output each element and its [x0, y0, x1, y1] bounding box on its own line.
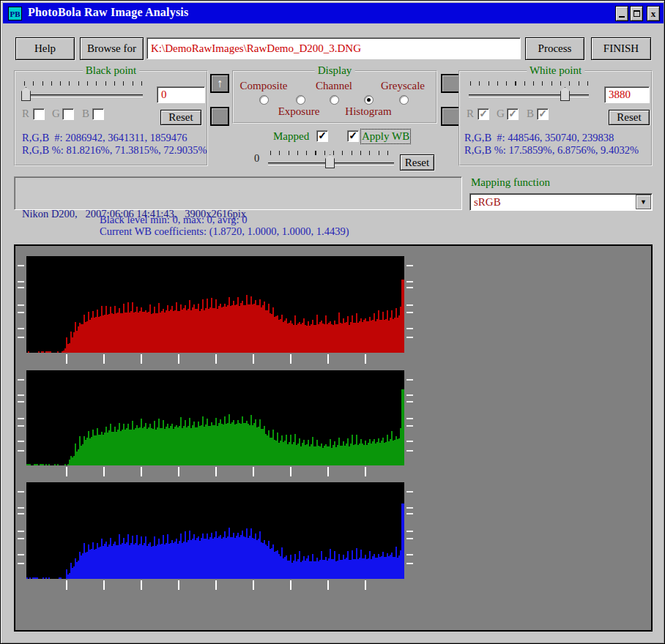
maximize-button[interactable] [630, 6, 643, 21]
white-point-b-checkbox[interactable]: ✓ [537, 108, 549, 120]
x-axis-tick [178, 580, 179, 590]
y-axis-tick [406, 554, 413, 555]
maximize-icon [634, 10, 640, 17]
black-point-b-label: B [82, 108, 89, 120]
close-icon: x [651, 8, 656, 20]
option-exposure-label: Exposure [278, 105, 320, 118]
white-point-slider-thumb[interactable] [560, 87, 570, 101]
wb-coefficients-status: Current WB coefficients: (1.8720, 1.0000… [100, 225, 349, 238]
x-axis-tick [290, 354, 291, 364]
white-point-b-label: B [527, 108, 534, 120]
x-axis-tick [365, 580, 366, 590]
mapping-function-select[interactable]: sRGB ▼ [469, 193, 653, 211]
radio-composite[interactable] [259, 95, 269, 105]
left-color-swatch-button[interactable] [210, 107, 229, 126]
black-point-percents: R,G,B %: 81.8216%, 71.3815%, 72.9035% [22, 144, 207, 157]
x-axis-tick [103, 467, 105, 476]
y-axis-tick [18, 265, 24, 266]
y-axis-tick [406, 513, 413, 514]
apply-wb-label: Apply WB [362, 130, 409, 143]
y-axis-tick [406, 531, 413, 532]
y-axis-tick [18, 563, 24, 564]
white-point-value-field[interactable]: 3880 [604, 86, 650, 103]
histogram-plot-blue [26, 482, 404, 579]
move-up-button[interactable]: ↑ [210, 74, 229, 93]
option-composite-label: Composite [239, 80, 287, 92]
exposure-reset-button[interactable]: Reset [400, 154, 434, 171]
black-point-r-label: R [22, 108, 29, 120]
browse-button[interactable]: Browse for [80, 37, 144, 60]
radio-greyscale[interactable] [399, 95, 409, 105]
right-color-swatch-button-1[interactable] [441, 74, 460, 93]
x-axis-tick [215, 580, 217, 590]
apply-wb-checkbox[interactable]: ✓ [347, 130, 359, 142]
finish-button[interactable]: FINISH [591, 37, 651, 60]
white-point-title: White point [527, 64, 584, 77]
option-greyscale-label: Greyscale [381, 80, 425, 92]
histogram-plot-green [26, 370, 404, 465]
black-point-slider-track[interactable] [23, 94, 143, 97]
x-axis-tick [66, 467, 67, 476]
titlebar[interactable]: PB PhotoBola Raw Image Analysis x [3, 3, 664, 23]
black-point-b-checkbox[interactable] [92, 108, 104, 120]
y-axis-tick [18, 531, 24, 532]
y-axis-tick [406, 265, 413, 266]
white-point-r-checkbox[interactable]: ✓ [478, 108, 489, 120]
y-axis-tick [406, 379, 413, 381]
white-point-counts: R,G,B #: 448546, 350740, 239838 [464, 132, 614, 144]
x-axis-tick [253, 467, 254, 476]
x-axis-tick [327, 354, 329, 364]
minimize-button[interactable] [615, 6, 628, 21]
y-axis-tick [18, 337, 24, 338]
y-axis-tick [406, 425, 413, 427]
y-axis-tick [18, 401, 24, 402]
radio-channel[interactable] [330, 95, 339, 105]
x-axis-tick [327, 467, 329, 476]
mapped-checkbox[interactable]: ✓ [316, 130, 328, 142]
radio-histogram[interactable] [364, 95, 374, 105]
black-point-value-field[interactable]: 0 [157, 86, 205, 103]
y-axis-tick [406, 304, 413, 306]
chevron-down-icon[interactable]: ▼ [636, 195, 651, 209]
black-point-r-checkbox[interactable] [33, 108, 45, 120]
white-point-slider-track[interactable] [469, 94, 589, 97]
y-axis-tick [18, 441, 24, 442]
y-axis-tick [406, 418, 413, 419]
x-axis-tick [141, 467, 142, 476]
white-point-r-label: R [467, 108, 474, 120]
white-point-g-checkbox[interactable]: ✓ [507, 108, 519, 120]
file-path-input[interactable]: K:\DemoRawImages\RawDemo_D200_3.DNG [146, 37, 521, 59]
y-axis-tick [406, 450, 413, 452]
y-axis-tick [18, 450, 24, 452]
y-axis-tick [406, 563, 413, 564]
mapping-function-value: sRGB [470, 196, 636, 209]
x-axis-tick [327, 580, 329, 590]
white-point-reset-button[interactable]: Reset [609, 110, 650, 125]
y-axis-tick [406, 538, 413, 539]
white-point-g-label: G [497, 108, 505, 120]
black-point-g-checkbox[interactable] [62, 108, 74, 120]
x-axis-tick [141, 354, 142, 364]
y-axis-tick [18, 287, 24, 288]
display-panel: Display Composite Channel Greyscale Expo… [232, 70, 437, 124]
y-axis-tick [18, 394, 24, 396]
exposure-slider-thumb[interactable] [325, 154, 335, 168]
histogram-plot-red [26, 256, 404, 353]
y-axis-tick [406, 281, 413, 282]
close-button[interactable]: x [647, 6, 660, 21]
y-axis-tick [406, 328, 413, 329]
black-point-slider-thumb[interactable] [21, 87, 31, 101]
y-axis-tick [406, 441, 413, 442]
black-point-g-label: G [52, 108, 60, 120]
up-arrow-icon: ↑ [217, 77, 223, 90]
help-button[interactable]: Help [15, 37, 75, 60]
black-point-reset-button[interactable]: Reset [160, 110, 201, 125]
x-axis-tick [290, 580, 291, 590]
right-color-swatch-button-2[interactable] [441, 107, 460, 126]
process-button[interactable]: Process [525, 37, 584, 60]
radio-exposure[interactable] [296, 95, 305, 105]
x-axis-tick [178, 467, 179, 476]
display-title: Display [315, 64, 355, 77]
minimize-icon [619, 16, 625, 18]
x-axis-tick [66, 580, 67, 590]
